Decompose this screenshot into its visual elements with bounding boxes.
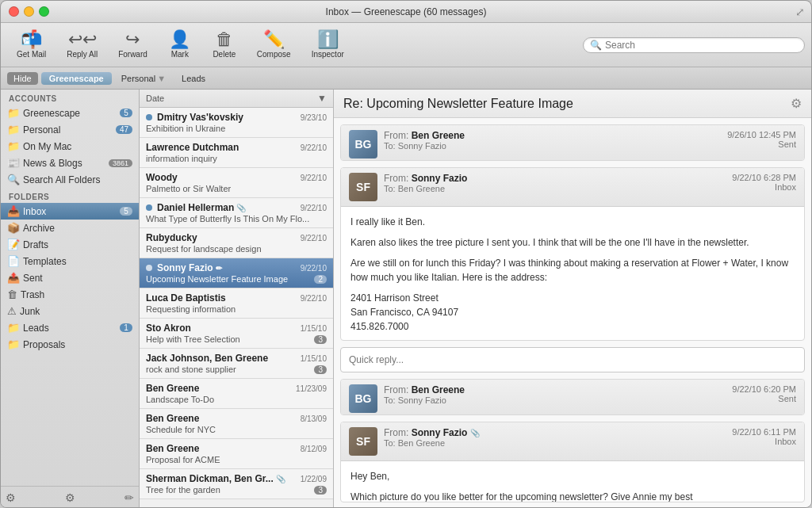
- reply-all-button[interactable]: ↩↩ Reply All: [57, 28, 107, 62]
- inspector-button[interactable]: ℹ️ Inspector: [302, 28, 354, 62]
- message-list-header: Date ▼: [140, 90, 333, 108]
- add-folder-button[interactable]: ⚙: [6, 491, 16, 504]
- unread-dot: [146, 265, 152, 271]
- junk-icon: ⚠: [7, 305, 17, 317]
- search-all-icon: 🔍: [7, 174, 20, 185]
- sent-icon: 📤: [7, 272, 20, 284]
- unread-dot: [146, 204, 152, 211]
- mark-icon: 👤: [169, 31, 190, 48]
- close-button[interactable]: [9, 6, 19, 17]
- get-mail-label: Get Mail: [17, 50, 46, 59]
- proposals-icon: 📁: [7, 338, 20, 350]
- email-card-header: BG From: Ben Greene To: Sonny Fazio: [341, 125, 804, 161]
- message-list-scroll[interactable]: Dmitry Vas'kovskiy 9/23/10 Exhibition in…: [140, 108, 333, 508]
- sidebar-footer: ⚙ ⚙ ✏: [1, 486, 139, 508]
- templates-icon: 📄: [7, 255, 20, 267]
- list-item[interactable]: Jack Johnson, Ben Greene 1/15/10 rock an…: [140, 349, 333, 379]
- list-item[interactable]: Daniel Hellerman 📎 9/22/10 What Type of …: [140, 198, 333, 228]
- message-list: Date ▼ Dmitry Vas'kovskiy 9/23/10 Exhibi…: [140, 90, 334, 508]
- tab-personal[interactable]: Personal ▼: [115, 72, 172, 85]
- email-card: SF From: Sonny Fazio To: Ben Greene: [340, 167, 805, 342]
- title-bar: Inbox — Greenescape (60 messages) ⤢: [1, 1, 811, 23]
- gear-icon[interactable]: ⚙: [791, 96, 802, 111]
- maximize-button[interactable]: [39, 6, 49, 17]
- list-item[interactable]: Woody 9/22/10 Palmetto or Sir Walter: [140, 168, 333, 198]
- search-input[interactable]: [605, 40, 798, 51]
- list-item[interactable]: Sto Akron 1/15/10 Help with Tree Selecti…: [140, 319, 333, 349]
- sidebar: ACCOUNTS 📁 Greenescape 5 📁 Personal 47 📁…: [1, 90, 140, 508]
- main-layout: ACCOUNTS 📁 Greenescape 5 📁 Personal 47 📁…: [1, 90, 811, 508]
- compose-button[interactable]: ✏️ Compose: [247, 28, 301, 62]
- archive-icon: 📦: [7, 222, 20, 234]
- quick-reply-input[interactable]: [349, 354, 796, 365]
- list-item[interactable]: Ben Greene 8/13/09 Schedule for NYC: [140, 409, 333, 439]
- reply-all-icon: ↩↩: [68, 31, 97, 48]
- unread-dot: [146, 114, 152, 120]
- resize-icon: ⤢: [795, 6, 805, 18]
- list-item[interactable]: Ben Greene 11/23/09 Landscape To-Do: [140, 379, 333, 409]
- list-item[interactable]: Sherman Dickman, Ben Gr... 📎 1/22/09 Tre…: [140, 469, 333, 499]
- avatar: SF: [349, 173, 377, 201]
- sidebar-item-archive[interactable]: 📦 Archive: [1, 220, 139, 236]
- email-card: SF From: Sonny Fazio 📎 To: Ben Greene: [340, 422, 805, 502]
- email-body: I really like it Ben. Karen also likes t…: [341, 207, 804, 342]
- forward-icon: ↪: [125, 31, 140, 48]
- trash-icon: 🗑: [7, 288, 17, 300]
- sidebar-item-greenescape[interactable]: 📁 Greenescape 5: [1, 105, 139, 121]
- sidebar-item-sent[interactable]: 📤 Sent: [1, 269, 139, 286]
- sidebar-item-on-my-mac[interactable]: 📁 On My Mac: [1, 138, 139, 155]
- sort-arrow-icon[interactable]: ▼: [317, 93, 327, 104]
- folder-icon: 📁: [7, 124, 20, 136]
- list-item[interactable]: Sonny Fazio ✏ 9/22/10 Upcoming Newslette…: [140, 258, 333, 288]
- forward-button[interactable]: ↪ Forward: [109, 28, 157, 62]
- sidebar-item-inbox[interactable]: 📥 Inbox 5: [1, 203, 139, 220]
- sidebar-item-templates[interactable]: 📄 Templates: [1, 253, 139, 269]
- email-card: BG From: Ben Greene To: Sonny Fazio: [340, 379, 805, 415]
- sidebar-item-junk[interactable]: ⚠ Junk: [1, 303, 139, 319]
- window-title: Inbox — Greenescape (60 messages): [326, 6, 487, 17]
- list-item[interactable]: Lawrence Dutchman 9/22/10 information in…: [140, 138, 333, 168]
- sidebar-item-trash[interactable]: 🗑 Trash: [1, 286, 139, 303]
- inspector-icon: ℹ️: [317, 31, 339, 48]
- compose-label: Compose: [257, 50, 291, 59]
- sidebar-item-personal[interactable]: 📁 Personal 47: [1, 121, 139, 138]
- mark-button[interactable]: 👤 Mark: [159, 28, 201, 62]
- sidebar-item-news-blogs[interactable]: 📰 News & Blogs 3861: [1, 155, 139, 171]
- compose-small-button[interactable]: ✏: [124, 491, 134, 504]
- inbox-icon: 📥: [7, 205, 20, 217]
- delete-button[interactable]: 🗑 Delete: [203, 28, 246, 62]
- folder-icon: 📁: [7, 107, 20, 119]
- list-item[interactable]: Rubyducky 9/22/10 Request for landscape …: [140, 228, 333, 258]
- news-icon: 📰: [7, 157, 20, 169]
- compose-icon: ✏️: [263, 31, 285, 48]
- forward-label: Forward: [118, 50, 147, 59]
- avatar: SF: [349, 427, 377, 456]
- leads-icon: 📁: [7, 322, 20, 334]
- tab-greenescape[interactable]: Greenescape: [41, 72, 112, 85]
- folder-icon: 📁: [7, 140, 20, 152]
- minimize-button[interactable]: [24, 6, 34, 17]
- sidebar-item-proposals[interactable]: 📁 Proposals: [1, 336, 139, 353]
- attachment-icon: 📎: [276, 475, 285, 483]
- avatar: BG: [349, 130, 377, 159]
- sidebar-item-drafts[interactable]: 📝 Drafts: [1, 236, 139, 253]
- list-item[interactable]: Ben Greene 8/12/09 Proposal for ACME: [140, 439, 333, 469]
- folders-header: Folders: [1, 188, 139, 203]
- tab-bar: Hide Greenescape Personal ▼ Leads: [1, 67, 811, 90]
- sidebar-item-leads[interactable]: 📁 Leads 1: [1, 319, 139, 336]
- hide-button[interactable]: Hide: [7, 72, 38, 85]
- settings-button[interactable]: ⚙: [65, 491, 75, 504]
- email-card-header: BG From: Ben Greene To: Sonny Fazio: [341, 380, 804, 415]
- sidebar-item-search-all[interactable]: 🔍 Search All Folders: [1, 171, 139, 188]
- list-item[interactable]: Luca De Baptistis 9/22/10 Requesting inf…: [140, 288, 333, 319]
- window-controls: [9, 6, 49, 17]
- get-mail-button[interactable]: 📬 Get Mail: [7, 28, 56, 62]
- list-item[interactable]: Dmitry Vas'kovskiy 9/23/10 Exhibition in…: [140, 108, 333, 138]
- accounts-header: ACCOUNTS: [1, 90, 139, 105]
- inspector-label: Inspector: [312, 50, 344, 59]
- detail-scroll[interactable]: BG From: Ben Greene To: Sonny Fazio: [334, 118, 811, 508]
- email-card-header: SF From: Sonny Fazio To: Ben Greene: [341, 168, 804, 207]
- reply-all-label: Reply All: [67, 50, 98, 59]
- tab-leads[interactable]: Leads: [175, 72, 212, 85]
- toolbar: 📬 Get Mail ↩↩ Reply All ↪ Forward 👤 Mark…: [1, 23, 811, 67]
